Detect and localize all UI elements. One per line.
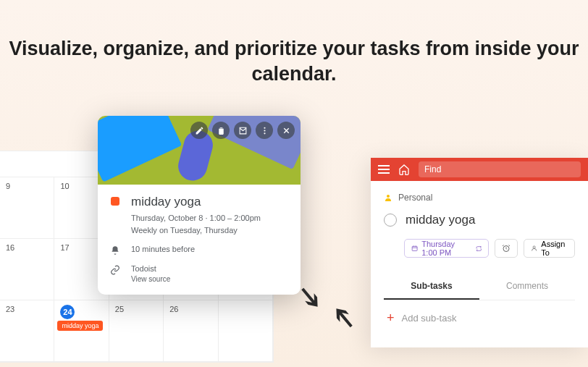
tab-subtasks[interactable]: Sub-tasks: [384, 274, 479, 300]
svg-point-4: [264, 132, 265, 134]
close-button[interactable]: [277, 122, 295, 139]
task-title[interactable]: midday yoga: [406, 213, 475, 227]
event-color-swatch: [111, 197, 119, 206]
event-reminder: 10 minutes before: [131, 243, 289, 256]
svg-point-11: [533, 246, 535, 248]
calendar-cell[interactable]: 25: [109, 300, 164, 362]
svg-point-3: [264, 130, 265, 131]
event-hero: [98, 116, 301, 185]
tab-comments[interactable]: Comments: [479, 274, 575, 300]
headline: Visualize, organize, and prioritize your…: [0, 36, 588, 87]
svg-point-5: [387, 195, 390, 198]
menu-icon[interactable]: [378, 165, 390, 174]
todoist-topbar: Find: [371, 158, 588, 181]
delete-button[interactable]: [212, 122, 230, 139]
calendar-icon: [411, 244, 418, 253]
event-recurrence: Weekly on Tuesday, Thursday: [131, 224, 289, 237]
assign-button[interactable]: Assign To: [524, 239, 575, 258]
email-button[interactable]: [234, 122, 251, 139]
plus-icon: +: [387, 311, 395, 326]
event-chip[interactable]: midday yoga: [57, 321, 103, 331]
arrow-decoration: ➔: [324, 299, 363, 338]
calendar-cell[interactable]: [219, 300, 273, 362]
calendar-cell[interactable]: 24midday yoga: [54, 300, 109, 362]
view-source-link[interactable]: View source: [131, 275, 289, 283]
svg-point-2: [264, 127, 265, 128]
calendar-cell[interactable]: 26: [164, 300, 218, 362]
link-icon: [110, 265, 120, 275]
reminder-button[interactable]: [495, 239, 518, 258]
find-input[interactable]: Find: [419, 161, 581, 177]
bell-icon: [110, 245, 120, 256]
home-icon[interactable]: [398, 164, 410, 175]
user-icon: [531, 244, 537, 253]
project-name: Personal: [398, 193, 432, 203]
more-button[interactable]: [256, 122, 273, 139]
event-popup: midday yoga Thursday, October 8 · 1:00 –…: [98, 116, 301, 295]
event-datetime: Thursday, October 8 · 1:00 – 2:00pm: [131, 212, 289, 224]
calendar-cell[interactable]: 9: [0, 177, 54, 239]
edit-button[interactable]: [190, 122, 208, 139]
breadcrumb[interactable]: Personal: [384, 193, 575, 203]
repeat-icon: [476, 245, 482, 253]
alarm-icon: [502, 244, 511, 253]
svg-rect-6: [412, 246, 417, 250]
person-icon: [384, 193, 392, 202]
calendar-cell[interactable]: 16: [0, 239, 54, 300]
event-source: Todoist: [131, 263, 289, 275]
add-subtask-button[interactable]: + Add sub-task: [384, 300, 575, 336]
event-title: midday yoga: [131, 195, 289, 209]
task-checkbox[interactable]: [384, 214, 397, 227]
todoist-panel: Find Personal midday yoga Thursday 1:00 …: [371, 158, 588, 347]
task-date-pill[interactable]: Thursday 1:00 PM: [404, 239, 489, 258]
calendar-cell[interactable]: 23: [0, 300, 54, 362]
